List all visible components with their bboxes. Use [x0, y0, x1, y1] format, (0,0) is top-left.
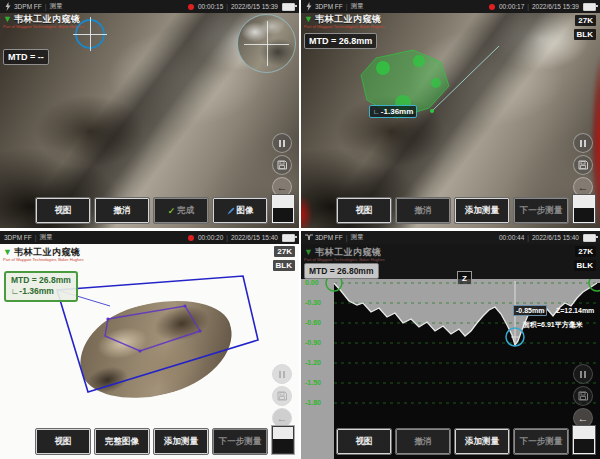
action-button-row: 视图 撤消 添加测量 下一步测量 — [337, 198, 568, 223]
pause-icon[interactable] — [573, 364, 593, 384]
brand-triangle-icon: ▼ — [3, 15, 12, 24]
depth-measurement-label[interactable]: ∟-1.36mm — [369, 105, 417, 118]
y-tick: -0.90 — [305, 339, 321, 346]
image-settings-chips: 27K BLK — [574, 246, 596, 271]
record-dot — [188, 4, 194, 10]
brand-subtitle: Part of Waygate Technologies, Baker Hugh… — [304, 258, 385, 262]
image-split-toggle[interactable] — [272, 195, 294, 223]
brand-triangle-icon: ▼ — [304, 15, 313, 24]
divider: | — [346, 3, 348, 10]
image-split-toggle[interactable] — [573, 426, 595, 454]
brand-logo: ▼ 韦林工业内窥镜 Part of Waygate Technologies, … — [3, 248, 84, 262]
record-timer: 00:00:17 — [499, 3, 524, 10]
next-measure-button[interactable]: 下一步测量 — [514, 198, 568, 223]
tab-measure[interactable]: 测量 — [50, 2, 63, 11]
view-button[interactable]: 视图 — [36, 198, 90, 223]
y-tick: -1.50 — [305, 379, 321, 386]
undo-button[interactable]: 撤消 — [396, 429, 450, 454]
side-controls: ← — [272, 364, 292, 428]
z-axis-label: Z — [457, 271, 472, 285]
brand-subtitle: Part of Waygate Technologies, Baker Hugh… — [304, 25, 385, 29]
status-bar: 3DPM FF | 测量 00:00:17 | 2022/6/15 15:39 — [301, 0, 600, 13]
action-button-row: 视图 撤消 ✓完成 图像 — [36, 198, 267, 223]
mode-label: 3DPM FF — [4, 234, 32, 241]
check-icon: ✓ — [168, 206, 176, 216]
pause-icon[interactable] — [272, 133, 292, 153]
y-tick: -0.60 — [305, 319, 321, 326]
battery-icon — [282, 234, 295, 242]
measurement-summary-box: MTD = 26.8mm ∟-1.36mm — [4, 271, 78, 302]
profile-mode-icon — [305, 233, 313, 242]
status-bar: 3DPM FF | 测量 00:00:15 | 2022/6/15 15:39 — [0, 0, 299, 13]
depth-readout: -1.36mm — [19, 286, 54, 296]
brand-name: 韦林工业内窥镜 — [315, 248, 382, 257]
mode-label: 3DPM FF — [14, 3, 42, 10]
image-split-toggle[interactable] — [573, 195, 595, 223]
datetime: 2022/6/15 15:39 — [231, 3, 278, 10]
view-button[interactable]: 视图 — [36, 429, 90, 454]
touch-mode-icon — [4, 2, 12, 11]
datetime: 2022/6/15 15:40 — [231, 234, 278, 241]
brand-name: 韦林工业内窥镜 — [315, 15, 382, 24]
divider: | — [527, 3, 529, 10]
divider: | — [226, 3, 228, 10]
image-split-toggle[interactable] — [272, 426, 294, 454]
battery-icon — [282, 3, 295, 11]
divider: | — [346, 234, 348, 241]
side-controls: ← — [573, 364, 593, 428]
white-balance-chip: BLK — [273, 260, 295, 271]
image-settings-chips: 27K BLK — [273, 246, 295, 271]
y-tick: -1.80 — [305, 399, 321, 406]
tab-measure[interactable]: 测量 — [351, 2, 364, 11]
image-settings-chips: 27K BLK — [574, 15, 596, 40]
white-balance-chip: BLK — [574, 260, 596, 271]
view-button[interactable]: 视图 — [337, 429, 391, 454]
next-measure-button[interactable]: 下一步测量 — [213, 429, 267, 454]
back-icon[interactable]: ← — [573, 408, 593, 428]
white-balance-chip: BLK — [574, 29, 596, 40]
mtd-readout: MTD = 26.8mm — [11, 275, 71, 286]
brand-logo: ▼ 韦林工业内窥镜 Part of Waygate Technologies, … — [304, 248, 385, 262]
mtd-readout: MTD = 26.8mm — [304, 33, 377, 49]
quad-view-screenshot: 3DPM FF | 测量 00:00:15 | 2022/6/15 15:39 … — [0, 0, 600, 459]
divider: | — [35, 234, 37, 241]
datetime: 2022/6/15 15:40 — [532, 234, 579, 241]
add-measure-button[interactable]: 添加测量 — [455, 429, 509, 454]
next-measure-button[interactable]: 下一步测量 — [514, 429, 568, 454]
area-annotation: 面积=6.91平方毫米 — [523, 320, 583, 330]
done-button[interactable]: ✓完成 — [154, 198, 208, 223]
measure-cursor-crosshair[interactable] — [75, 19, 105, 49]
tab-measure[interactable]: 测量 — [40, 233, 53, 242]
brand-logo: ▼ 韦林工业内窥镜 Part of Waygate Technologies, … — [3, 15, 84, 29]
full-image-button[interactable]: 完整图像 — [95, 429, 149, 454]
record-timer: 00:00:15 — [198, 3, 223, 10]
action-button-row: 视图 完整图像 添加测量 下一步测量 — [36, 429, 267, 454]
y-tick: -1.20 — [305, 359, 321, 366]
quadrant-point-cloud: 3DPM FF | 测量 00:00:20 | 2022/6/15 15:40 … — [0, 231, 299, 459]
add-measure-button[interactable]: 添加测量 — [455, 198, 509, 223]
record-dot — [188, 235, 194, 241]
image-button[interactable]: 图像 — [213, 198, 267, 223]
back-icon[interactable]: ← — [573, 177, 593, 197]
undo-button[interactable]: 撤消 — [396, 198, 450, 223]
back-icon[interactable]: ← — [272, 177, 292, 197]
mtd-readout: MTD = -- — [3, 49, 49, 65]
back-icon[interactable]: ← — [272, 408, 292, 428]
save-icon[interactable] — [272, 155, 292, 175]
divider: | — [226, 234, 228, 241]
view-button[interactable]: 视图 — [337, 198, 391, 223]
save-icon — [272, 386, 292, 406]
save-icon[interactable] — [573, 155, 593, 175]
quadrant-depth-profile: 3DPM FF | 测量 00:00:44 | 2022/6/15 15:40 — [301, 231, 600, 459]
status-bar: 3DPM FF | 测量 00:00:20 | 2022/6/15 15:40 — [0, 231, 299, 244]
brand-logo: ▼ 韦林工业内窥镜 Part of Waygate Technologies, … — [304, 15, 385, 29]
save-icon[interactable] — [573, 386, 593, 406]
touch-mode-icon — [305, 2, 313, 11]
pause-icon[interactable] — [573, 133, 593, 153]
undo-button[interactable]: 撤消 — [95, 198, 149, 223]
depth-icon: ∟ — [373, 108, 380, 115]
tab-measure[interactable]: 测量 — [351, 233, 364, 242]
add-measure-button[interactable]: 添加测量 — [154, 429, 208, 454]
status-bar: 3DPM FF | 测量 00:00:44 | 2022/6/15 15:40 — [301, 231, 600, 244]
brand-name: 韦林工业内窥镜 — [14, 15, 81, 24]
